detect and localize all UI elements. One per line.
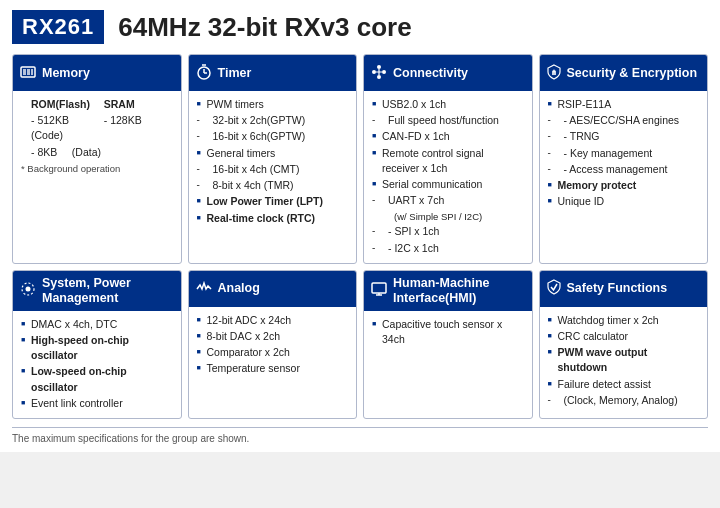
list-item: UART x 7ch xyxy=(372,193,524,208)
list-item: - 512KB (Code)- 128KB xyxy=(21,113,173,143)
card-title-memory: Memory xyxy=(42,66,90,81)
card-title-connectivity: Connectivity xyxy=(393,66,468,81)
card-title-security: Security & Encryption xyxy=(567,66,698,81)
card-body-security: RSIP-E11A- AES/ECC/SHA engines- TRNG- Ke… xyxy=(540,91,708,217)
chip-title: 64MHz 32-bit RXv3 core xyxy=(118,12,411,43)
card-memory: MemoryROM(Flash)SRAM- 512KB (Code)- 128K… xyxy=(12,54,182,264)
safety-icon xyxy=(547,279,561,298)
list-item: Full speed host/function xyxy=(372,113,524,128)
svg-point-15 xyxy=(552,69,555,72)
list-item: 16-bit x 4ch (CMT) xyxy=(197,162,349,177)
list-item: CAN-FD x 1ch xyxy=(372,129,524,144)
card-header-timer: Timer xyxy=(189,55,357,91)
card-title-timer: Timer xyxy=(218,66,252,81)
svg-rect-2 xyxy=(27,69,30,75)
list-item: - SPI x 1ch xyxy=(372,224,524,239)
card-timer: TimerPWM timers32-bit x 2ch(GPTW)16-bit … xyxy=(188,54,358,264)
security-icon xyxy=(547,64,561,83)
svg-point-16 xyxy=(26,287,31,292)
list-item: 8-bit DAC x 2ch xyxy=(197,329,349,344)
list-item: - TRNG xyxy=(548,129,700,144)
card-body-safety: Watchdog timer x 2chCRC calculatorPWM wa… xyxy=(540,307,708,415)
list-item: 8-bit x 4ch (TMR) xyxy=(197,178,349,193)
list-item: RSIP-E11A xyxy=(548,97,700,112)
list-item: Memory protect xyxy=(548,178,700,193)
list-item: Unique ID xyxy=(548,194,700,209)
card-system: System, Power ManagementDMAC x 4ch, DTCH… xyxy=(12,270,182,419)
list-item: Low Power Timer (LPT) xyxy=(197,194,349,209)
svg-point-11 xyxy=(377,75,381,79)
list-item: High-speed on-chip oscillator xyxy=(21,333,173,363)
header: RX261 64MHz 32-bit RXv3 core xyxy=(12,10,708,44)
list-item: Comparator x 2ch xyxy=(197,345,349,360)
page: RX261 64MHz 32-bit RXv3 core MemoryROM(F… xyxy=(0,0,720,452)
svg-rect-3 xyxy=(31,69,33,75)
card-security: Security & EncryptionRSIP-E11A- AES/ECC/… xyxy=(539,54,709,264)
svg-rect-18 xyxy=(372,283,386,293)
card-analog: Analog12-bit ADC x 24ch8-bit DAC x 2chCo… xyxy=(188,270,358,419)
list-item: PWM timers xyxy=(197,97,349,112)
list-item: General timers xyxy=(197,146,349,161)
card-header-safety: Safety Functions xyxy=(540,271,708,307)
list-item: USB2.0 x 1ch xyxy=(372,97,524,112)
card-title-system: System, Power Management xyxy=(42,276,174,306)
card-connectivity: ConnectivityUSB2.0 x 1chFull speed host/… xyxy=(363,54,533,264)
list-item: 32-bit x 2ch(GPTW) xyxy=(197,113,349,128)
card-header-connectivity: Connectivity xyxy=(364,55,532,91)
chip-badge: RX261 xyxy=(12,10,104,44)
memory-note: * Background operation xyxy=(21,162,173,176)
footer-note: The maximum specifications for the group… xyxy=(12,427,708,444)
system-icon xyxy=(20,281,36,300)
card-body-memory: ROM(Flash)SRAM- 512KB (Code)- 128KB- 8KB… xyxy=(13,91,181,182)
list-item: Real-time clock (RTC) xyxy=(197,211,349,226)
card-title-analog: Analog xyxy=(218,281,260,296)
list-item: - I2C x 1ch xyxy=(372,241,524,256)
card-grid: MemoryROM(Flash)SRAM- 512KB (Code)- 128K… xyxy=(12,54,708,419)
list-item: - Access management xyxy=(548,162,700,177)
svg-point-9 xyxy=(382,70,386,74)
card-header-security: Security & Encryption xyxy=(540,55,708,91)
list-item: Remote control signal receiver x 1ch xyxy=(372,146,524,176)
card-body-timer: PWM timers32-bit x 2ch(GPTW)16-bit x 6ch… xyxy=(189,91,357,233)
list-item: CRC calculator xyxy=(548,329,700,344)
timer-icon xyxy=(196,64,212,83)
list-item: - AES/ECC/SHA engines xyxy=(548,113,700,128)
list-item: DMAC x 4ch, DTC xyxy=(21,317,173,332)
list-item: 12-bit ADC x 24ch xyxy=(197,313,349,328)
card-body-connectivity: USB2.0 x 1chFull speed host/functionCAN-… xyxy=(364,91,532,263)
card-safety: Safety FunctionsWatchdog timer x 2chCRC … xyxy=(539,270,709,419)
list-item: (w/ Simple SPI / I2C) xyxy=(372,210,524,224)
list-item: Watchdog timer x 2ch xyxy=(548,313,700,328)
list-item: PWM wave output shutdown xyxy=(548,345,700,375)
list-item: Temperature sensor xyxy=(197,361,349,376)
memory-icon xyxy=(20,64,36,83)
list-item: (Clock, Memory, Analog) xyxy=(548,393,700,408)
card-header-memory: Memory xyxy=(13,55,181,91)
list-item: 16-bit x 6ch(GPTW) xyxy=(197,129,349,144)
card-header-system: System, Power Management xyxy=(13,271,181,311)
card-title-safety: Safety Functions xyxy=(567,281,668,296)
card-header-hmi: Human-Machine Interface(HMI) xyxy=(364,271,532,311)
connectivity-icon xyxy=(371,64,387,83)
card-hmi: Human-Machine Interface(HMI)Capacitive t… xyxy=(363,270,533,419)
footer-text: The maximum specifications for the group… xyxy=(12,433,249,444)
list-item: ROM(Flash)SRAM xyxy=(21,97,173,112)
list-item: Capacitive touch sensor x 34ch xyxy=(372,317,524,347)
list-item: Event link controller xyxy=(21,396,173,411)
list-item: Failure detect assist xyxy=(548,377,700,392)
list-item: - Key management xyxy=(548,146,700,161)
svg-point-8 xyxy=(372,70,376,74)
card-header-analog: Analog xyxy=(189,271,357,307)
svg-rect-1 xyxy=(23,69,26,75)
card-body-system: DMAC x 4ch, DTCHigh-speed on-chip oscill… xyxy=(13,311,181,418)
svg-point-10 xyxy=(377,65,381,69)
hmi-icon xyxy=(371,281,387,300)
card-body-hmi: Capacitive touch sensor x 34ch xyxy=(364,311,532,354)
list-item: Serial communication xyxy=(372,177,524,192)
card-body-analog: 12-bit ADC x 24ch8-bit DAC x 2chComparat… xyxy=(189,307,357,384)
analog-icon xyxy=(196,279,212,298)
list-item: - 8KB (Data) xyxy=(21,145,173,160)
list-item: Low-speed on-chip oscillator xyxy=(21,364,173,394)
card-title-hmi: Human-Machine Interface(HMI) xyxy=(393,276,525,306)
